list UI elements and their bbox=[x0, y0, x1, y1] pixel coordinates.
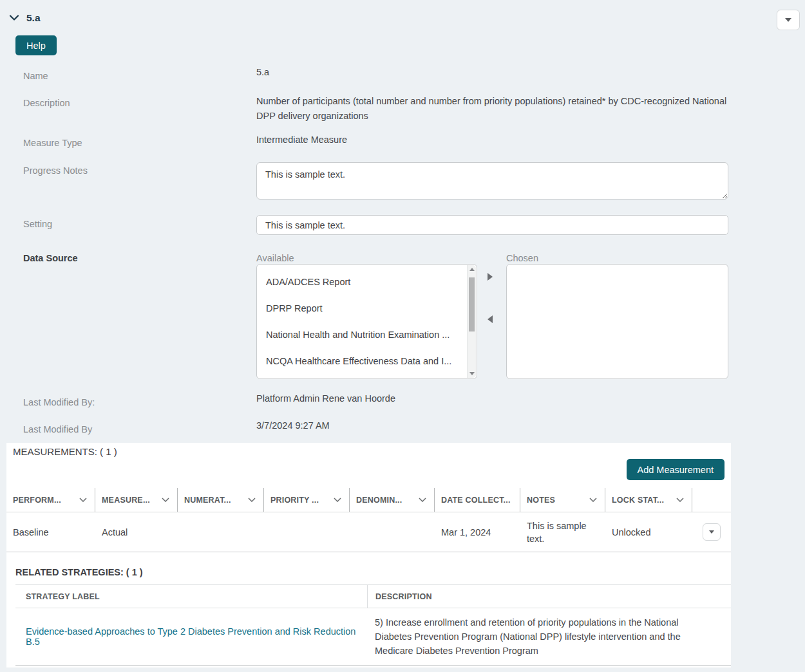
available-listbox[interactable]: ADA/ADCES Report DPRP Report National He… bbox=[256, 264, 477, 379]
help-button[interactable]: Help bbox=[15, 35, 57, 55]
column-header-notes[interactable]: NOTES bbox=[520, 488, 605, 512]
last-modified-by-label: Last Modified By: bbox=[23, 397, 95, 407]
measurements-title: MEASUREMENTS: ( 1 ) bbox=[13, 446, 117, 457]
column-header-priority[interactable]: PRIORITY ... bbox=[264, 488, 350, 512]
row-menu-button[interactable] bbox=[703, 523, 721, 541]
column-header-actions bbox=[692, 488, 731, 512]
section-header: 5.a bbox=[9, 12, 41, 24]
data-source-label: Data Source bbox=[23, 253, 78, 263]
cell-date-collected: Mar 1, 2024 bbox=[435, 526, 520, 539]
available-list-item[interactable]: ADA/ADCES Report bbox=[257, 268, 477, 295]
chevron-down-icon bbox=[334, 498, 341, 502]
related-strategies-title: RELATED STRATEGIES: ( 1 ) bbox=[15, 567, 143, 577]
description-label: Description bbox=[23, 98, 70, 108]
caret-down-icon bbox=[709, 530, 714, 534]
column-header-denominator[interactable]: DENOMIN... bbox=[350, 488, 435, 512]
column-header-date-collected[interactable]: DATE COLLECT... bbox=[435, 488, 520, 512]
name-value: 5.a bbox=[256, 67, 269, 77]
column-header-description: DESCRIPTION bbox=[367, 585, 731, 608]
column-header-measure[interactable]: MEASURE... bbox=[95, 488, 178, 512]
cell-measure: Actual bbox=[95, 526, 178, 539]
cell-actions bbox=[692, 523, 731, 541]
measurements-panel: MEASUREMENTS: ( 1 ) Add Measurement PERF… bbox=[6, 443, 731, 667]
setting-label: Setting bbox=[23, 219, 52, 229]
strategy-row: Evidence-based Approaches to Type 2 Diab… bbox=[15, 608, 731, 666]
collapse-chevron-icon[interactable] bbox=[9, 15, 19, 21]
chevron-down-icon bbox=[589, 498, 597, 502]
measure-type-label: Measure Type bbox=[23, 138, 82, 148]
last-modified-by-value: Platform Admin Rene van Hoorde bbox=[256, 393, 395, 404]
cell-notes: This is sample text. bbox=[520, 519, 605, 545]
scroll-up-icon[interactable] bbox=[469, 268, 475, 271]
move-to-available-icon[interactable] bbox=[488, 315, 493, 323]
available-list-item[interactable]: NCQA Healthcare Effectiveness Data and I… bbox=[257, 348, 477, 374]
cell-lock-status: Unlocked bbox=[605, 526, 692, 539]
measurements-table-header: PERFORM... MEASURE... NUMERAT... PRIORIT… bbox=[6, 488, 731, 512]
chevron-down-icon bbox=[676, 498, 684, 502]
related-strategies-header: STRATEGY LABEL DESCRIPTION bbox=[15, 584, 731, 608]
move-to-chosen-icon[interactable] bbox=[488, 273, 493, 281]
column-header-numerator[interactable]: NUMERAT... bbox=[178, 488, 264, 512]
add-measurement-button[interactable]: Add Measurement bbox=[627, 459, 724, 480]
description-value: Number of participants (total number and… bbox=[256, 94, 733, 123]
column-header-performance[interactable]: PERFORM... bbox=[6, 488, 95, 512]
chevron-down-icon bbox=[79, 498, 87, 502]
chevron-down-icon bbox=[162, 498, 169, 502]
chevron-down-icon bbox=[248, 498, 256, 502]
last-modified-date-value: 3/7/2024 9:27 AM bbox=[256, 420, 330, 431]
strategy-link[interactable]: Evidence-based Approaches to Type 2 Diab… bbox=[26, 626, 367, 647]
page-title: 5.a bbox=[26, 12, 41, 24]
measurement-row[interactable]: Baseline Actual Mar 1, 2024 This is samp… bbox=[6, 512, 731, 552]
scroll-down-icon[interactable] bbox=[469, 372, 475, 375]
chosen-list-label: Chosen bbox=[506, 253, 538, 263]
name-label: Name bbox=[23, 71, 48, 81]
available-list-label: Available bbox=[256, 253, 294, 263]
column-header-strategy-label: STRATEGY LABEL bbox=[15, 585, 367, 608]
measure-type-value: Intermediate Measure bbox=[256, 135, 347, 145]
available-list-item[interactable]: DPRP Report bbox=[257, 295, 477, 321]
last-modified-date-label: Last Modified By bbox=[23, 424, 92, 434]
progress-notes-input[interactable]: This is sample text. bbox=[256, 162, 728, 200]
setting-input[interactable] bbox=[256, 215, 728, 235]
chosen-listbox[interactable] bbox=[506, 264, 728, 379]
caret-down-icon bbox=[785, 18, 791, 22]
section-menu-button[interactable] bbox=[777, 10, 800, 30]
related-strategies-table: STRATEGY LABEL DESCRIPTION Evidence-base… bbox=[15, 584, 731, 666]
progress-notes-label: Progress Notes bbox=[23, 165, 88, 176]
available-list-scrollbar[interactable] bbox=[467, 265, 476, 378]
cell-performance: Baseline bbox=[6, 526, 95, 539]
strategy-description: 5) Increase enrollment and retention of … bbox=[367, 608, 731, 665]
chevron-down-icon bbox=[419, 498, 426, 502]
available-list-item[interactable]: National Health and Nutrition Examinatio… bbox=[257, 321, 477, 348]
column-header-lock-status[interactable]: LOCK STAT... bbox=[605, 488, 692, 512]
scrollbar-thumb[interactable] bbox=[469, 277, 475, 331]
